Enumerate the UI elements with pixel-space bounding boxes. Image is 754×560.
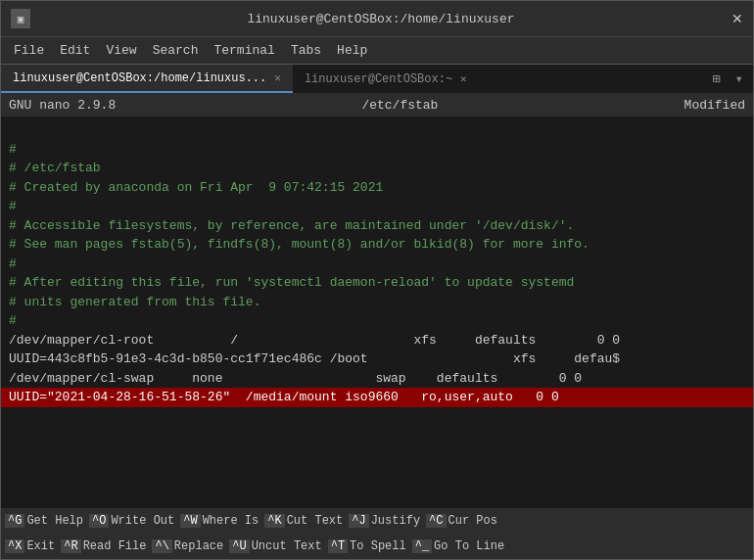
shortcut-key-j: ^J	[349, 514, 368, 528]
tab-menu-button[interactable]: ▾	[730, 69, 748, 89]
shortcut-label-g: Get Help	[26, 514, 83, 528]
shortcut-label-w: Where Is	[203, 514, 259, 528]
shortcut-label-c: Cur Pos	[448, 514, 497, 528]
close-button[interactable]: ✕	[731, 11, 743, 26]
shortcut-key-u: ^U	[229, 539, 249, 553]
terminal-window: ▣ linuxuser@CentOSBox:/home/linuxuser ✕ …	[0, 0, 754, 560]
shortcut-cur-pos: ^C Cur Pos	[426, 514, 497, 528]
tab-bar-actions: ⊞ ▾	[707, 65, 753, 93]
shortcut-key-r: ^R	[61, 539, 80, 553]
shortcut-row-1: ^G Get Help ^O Write Out ^W Where Is ^K …	[1, 508, 753, 534]
terminal-icon: ▣	[11, 9, 30, 28]
shortcut-replace: ^\ Replace	[152, 539, 223, 553]
shortcut-exit: ^X Exit	[5, 539, 55, 553]
shortcut-write-out: ^O Write Out	[89, 514, 174, 528]
shortcut-label-x: Exit	[26, 539, 55, 553]
shortcut-key-g: ^G	[5, 514, 24, 528]
shortcut-label-j: Justify	[371, 514, 420, 528]
title-bar: ▣ linuxuser@CentOSBox:/home/linuxuser ✕	[1, 1, 753, 36]
editor-line: #	[9, 255, 745, 274]
editor-line: /dev/mapper/cl-swap none swap defaults 0…	[9, 369, 745, 389]
nano-filename: /etc/fstab	[361, 98, 438, 113]
shortcut-key-o: ^O	[89, 514, 109, 528]
shortcut-key-t: ^T	[328, 539, 348, 553]
tab-inactive-close[interactable]: ✕	[460, 72, 467, 85]
tab-bar: linuxuser@CentOSBox:/home/linuxus... ✕ l…	[1, 64, 753, 93]
shortcut-key-backslash: ^\	[152, 539, 171, 553]
shortcut-uncut-text: ^U Uncut Text	[229, 539, 321, 553]
editor-line: # /etc/fstab	[9, 159, 745, 178]
tab-inactive[interactable]: linuxuser@CentOSBox:~ ✕	[293, 65, 479, 93]
highlighted-editor-line: UUID="2021-04-28-16-51-58-26" /media/mou…	[1, 388, 753, 407]
shortcut-key-underscore: ^_	[412, 539, 432, 553]
editor-line: # Created by anaconda on Fri Apr 9 07:42…	[9, 178, 745, 198]
menu-bar: File Edit View Search Terminal Tabs Help	[1, 36, 753, 64]
editor-line: UUID=443c8fb5-91e3-4c3d-b850-cc1f71ec486…	[9, 350, 745, 369]
window-title: linuxuser@CentOSBox:/home/linuxuser	[247, 12, 514, 26]
shortcut-cut-text: ^K Cut Text	[264, 514, 343, 528]
nano-header: GNU nano 2.9.8 /etc/fstab Modified	[1, 93, 753, 117]
shortcut-label-u: Uncut Text	[252, 539, 322, 553]
new-tab-button[interactable]: ⊞	[707, 69, 725, 89]
status-bar: ^G Get Help ^O Write Out ^W Where Is ^K …	[1, 508, 753, 559]
menu-view[interactable]: View	[98, 40, 144, 61]
menu-search[interactable]: Search	[145, 40, 207, 61]
tab-active-label: linuxuser@CentOSBox:/home/linuxus...	[13, 71, 266, 85]
menu-terminal[interactable]: Terminal	[206, 40, 282, 61]
tab-active[interactable]: linuxuser@CentOSBox:/home/linuxus... ✕	[1, 65, 293, 93]
editor-line: #	[9, 311, 745, 331]
editor-line: # See man pages fstab(5), findfs(8), mou…	[9, 235, 745, 255]
shortcut-where-is: ^W Where Is	[180, 514, 259, 528]
editor-line: # Accessible filesystems, by reference, …	[9, 216, 745, 236]
shortcut-label-r: Read File	[83, 539, 147, 553]
shortcut-read-file: ^R Read File	[61, 539, 146, 553]
shortcut-label-k: Cut Text	[287, 514, 344, 528]
editor-area[interactable]: # # /etc/fstab # Created by anaconda on …	[1, 117, 753, 508]
editor-line	[9, 120, 745, 140]
editor-line: #	[9, 197, 745, 216]
shortcut-label-t: To Spell	[350, 539, 406, 553]
editor-line: # units generated from this file.	[9, 293, 745, 312]
shortcut-key-w: ^W	[180, 514, 200, 528]
shortcut-get-help: ^G Get Help	[5, 514, 83, 528]
editor-line: # After editing this file, run 'systemct…	[9, 273, 745, 293]
shortcut-key-c: ^C	[426, 514, 446, 528]
menu-edit[interactable]: Edit	[52, 40, 98, 61]
nano-version: GNU nano 2.9.8	[9, 98, 116, 113]
shortcut-key-x: ^X	[5, 539, 24, 553]
tab-inactive-label: linuxuser@CentOSBox:~	[305, 72, 452, 86]
shortcut-justify: ^J Justify	[349, 514, 420, 528]
shortcut-go-to-line: ^_ Go To Line	[412, 539, 504, 553]
menu-file[interactable]: File	[6, 40, 52, 61]
editor-line: /dev/mapper/cl-root / xfs defaults 0 0	[9, 331, 745, 350]
shortcut-key-k: ^K	[264, 514, 284, 528]
shortcut-label-o: Write Out	[111, 514, 174, 528]
tab-active-close[interactable]: ✕	[274, 71, 281, 84]
shortcut-row-2: ^X Exit ^R Read File ^\ Replace ^U Uncut…	[1, 534, 753, 559]
menu-help[interactable]: Help	[329, 40, 375, 61]
shortcut-label-underscore: Go To Line	[434, 539, 504, 553]
editor-line: #	[9, 140, 745, 160]
shortcut-label-backslash: Replace	[174, 539, 223, 553]
nano-status: Modified	[684, 98, 745, 113]
menu-tabs[interactable]: Tabs	[283, 40, 329, 61]
shortcut-to-spell: ^T To Spell	[328, 539, 406, 553]
